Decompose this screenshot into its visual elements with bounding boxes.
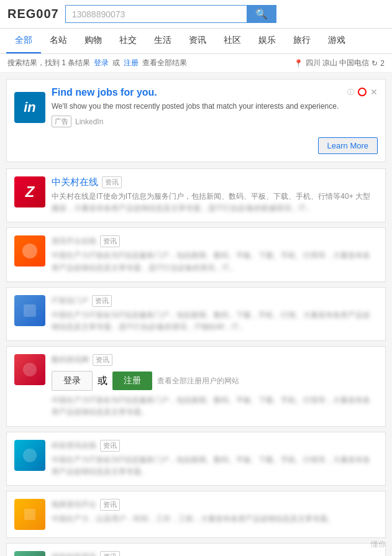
blurred-desc-5: 中国生产力IT使命为IT信息服务门户，包括新闻、数码、平板、下载、手机、行情等，… [52,454,378,478]
login-link[interactable]: 登录 [94,58,109,68]
ad-card: in Find new jobs for you. We'll show you… [6,79,386,162]
tab-community[interactable]: 社区 [215,29,250,53]
ad-label: 广告 [52,116,71,127]
result-title-text-4: 数码资讯网 [52,355,89,365]
linkedin-logo: in [14,92,45,123]
tab-all[interactable]: 全部 [6,29,41,53]
result-icon-2 [14,235,45,267]
result-2: 资讯平台在线 资讯 中国生产力IT使命为IT信息服务门户，包括新闻、数码、平板、… [6,227,386,281]
svg-point-3 [23,449,37,462]
ad-header: in Find new jobs for you. We'll show you… [14,87,378,127]
result-title-7[interactable]: 绿色科技资讯 资讯 [52,551,378,556]
tab-games[interactable]: 游戏 [319,29,354,53]
result-body-6: 电商资讯平台 资讯 中国生产力，以及用户，时间，工作，工程，大量发布各类产品促销… [52,499,378,530]
result-title-4[interactable]: 数码资讯网 资讯 [52,354,378,366]
login-overlay-area: 登录 或 注册 查看全部注册用户的网站 中国生产力IT使命为IT信息服务门户，包… [52,371,378,418]
result-desc-4: 中国生产力IT使命为IT信息服务门户，包括新闻、数码、平板、下载、手机、行情等，… [52,394,378,418]
result-3: IT资讯门户 资讯 中国生产力IT使命为IT信息服务门户，包括新闻、数码，下载，… [6,287,386,341]
result-icon-4 [14,354,45,385]
refresh-icon[interactable]: ↻ [371,59,378,68]
blurred-desc-4: 中国生产力IT使命为IT信息服务门户，包括新闻、数码、平板、下载、手机、行情等，… [52,394,378,418]
login-buttons: 登录 或 注册 查看全部注册用户的网站 [52,371,378,391]
result-title-5[interactable]: 科技资讯在线 资讯 [52,440,378,452]
tab-social[interactable]: 社交 [111,29,145,53]
result-icon-zhongguancun: Z [14,176,45,207]
ad-info-icon[interactable]: ⓘ [347,88,354,97]
ad-title-row: in Find new jobs for you. We'll show you… [14,87,347,127]
tab-famous-sites[interactable]: 名站 [41,29,76,53]
result-icon-5 [14,440,45,471]
tab-life[interactable]: 生活 [145,29,180,53]
login-button[interactable]: 登录 [52,371,93,391]
register-button[interactable]: 注册 [112,371,152,390]
result-desc-5: 中国生产力IT使命为IT信息服务门户，包括新闻、数码、平板、下载、手机、行情等，… [52,454,378,478]
result-title-text-2: 资讯平台在线 [52,236,96,247]
result-desc-6: 中国生产力，以及用户，时间，工作，工程，大量发布各类产品促销信息及文章专题。 [52,513,378,525]
result-6: 电商资讯平台 资讯 中国生产力，以及用户，时间，工作，工程，大量发布各类产品促销… [6,491,386,538]
result-desc-zhongguancun: 中关村在线是IT使命为IT信息为服务门户，包括新闻、数码、平板、下载、手机、行情… [52,191,378,214]
result-4: 数码资讯网 资讯 登录 或 注册 查看全部注册用户的网站 中国生产力IT使命为I… [6,346,386,426]
result-title-text-3: IT资讯门户 [52,296,88,306]
result-body-4: 数码资讯网 资讯 登录 或 注册 查看全部注册用户的网站 中国生产力IT使命为I… [52,354,378,418]
result-icon-6 [14,499,45,530]
blurred-desc-3: 中国生产力IT使命为IT信息服务门户，包括新闻、数码，下载，手机，行情。大量发布… [52,309,378,333]
result-body-5: 科技资讯在线 资讯 中国生产力IT使命为IT信息服务门户，包括新闻、数码、平板、… [52,440,378,478]
result-body-7: 绿色科技资讯 资讯 中国生产力IT使命为IT信息服务门户，包括新闻、数码、平板、… [52,551,378,556]
ad-title[interactable]: Find new jobs for you. [52,87,347,98]
ad-bottom: Learn More [14,132,378,154]
result-tag-4: 资讯 [93,354,112,366]
login-extra-text: 查看全部注册用户的网站 [157,376,239,386]
result-tag: 资讯 [102,176,122,188]
result-tag-5: 资讯 [100,440,120,452]
result-tag-7: 资讯 [100,551,120,556]
search-info-left: 搜索结果，找到 1 条结果 登录 或 注册 查看全部结果 [7,58,187,68]
location-icon: 📍 [294,59,303,68]
search-bar: 🔍 [65,5,276,23]
or-text: 或 [112,58,120,68]
blurred-desc-6: 中国生产力，以及用户，时间，工作，工程，大量发布各类产品促销信息及文章专题。 [52,513,335,525]
result-title-2[interactable]: 资讯平台在线 资讯 [52,235,378,247]
result-count: 搜索结果，找到 1 条结果 [7,58,90,68]
nav-tabs: 全部 名站 购物 社交 生活 资讯 社区 娱乐 旅行 游戏 [0,29,392,54]
search-button[interactable]: 🔍 [247,5,276,23]
result-body-2: 资讯平台在线 资讯 中国生产力IT使命为IT信息服务门户，包括新闻、数码、平板、… [52,235,378,273]
register-link[interactable]: 注册 [124,58,139,68]
tab-shopping[interactable]: 购物 [76,29,111,53]
logo: REG007 [7,7,59,21]
ad-close-icon[interactable]: ✕ [370,87,378,97]
ad-label-row: 广告 LinkedIn [52,116,347,127]
tab-entertainment[interactable]: 娱乐 [250,29,285,53]
location-text: 四川 凉山 中国电信 [306,58,370,68]
ad-source: LinkedIn [75,117,103,126]
result-icon-3 [14,295,45,326]
tab-travel[interactable]: 旅行 [285,29,319,53]
result-tag-3: 资讯 [92,295,112,307]
result-desc-3: 中国生产力IT使命为IT信息服务门户，包括新闻、数码，下载，手机，行情。大量发布… [52,309,378,333]
header: REG007 🔍 [0,0,392,29]
result-zhongguancun: Z 中关村在线 资讯 中关村在线是IT使命为IT信息为服务门户，包括新闻、数码、… [6,168,386,222]
tab-news[interactable]: 资讯 [180,29,215,53]
search-input[interactable] [65,5,247,23]
result-tag-2: 资讯 [100,235,120,247]
result-title-text: 中关村在线 [52,176,98,188]
login-or-text: 或 [98,375,107,388]
result-7: 绿色科技资讯 资讯 中国生产力IT使命为IT信息服务门户，包括新闻、数码、平板、… [6,543,386,556]
ad-controls: ⓘ ✕ [347,87,378,97]
result-5: 科技资讯在线 资讯 中国生产力IT使命为IT信息服务门户，包括新闻、数码、平板、… [6,432,386,486]
result-title-text-6: 电商资讯平台 [52,499,96,510]
result-title-text-7: 绿色科技资讯 [52,552,96,556]
result-title-3[interactable]: IT资讯门户 资讯 [52,295,378,307]
result-title-zhongguancun[interactable]: 中关村在线 资讯 [52,176,378,188]
result-body-zhongguancun: 中关村在线 资讯 中关村在线是IT使命为IT信息为服务门户，包括新闻、数码、平板… [52,176,378,214]
result-icon-7 [14,551,45,556]
search-info-right: 📍 四川 凉山 中国电信 ↻ 2 [294,58,385,68]
svg-point-0 [22,244,37,258]
result-title-6[interactable]: 电商资讯平台 资讯 [52,499,378,511]
svg-point-2 [23,363,37,376]
result-tag-6: 资讯 [100,499,120,511]
ad-circle-icon [358,88,367,96]
result-body-3: IT资讯门户 资讯 中国生产力IT使命为IT信息服务门户，包括新闻、数码，下载，… [52,295,378,333]
ad-top-right: ⓘ ✕ [347,87,378,97]
learn-more-button[interactable]: Learn More [318,137,378,154]
svg-rect-4 [24,509,35,520]
